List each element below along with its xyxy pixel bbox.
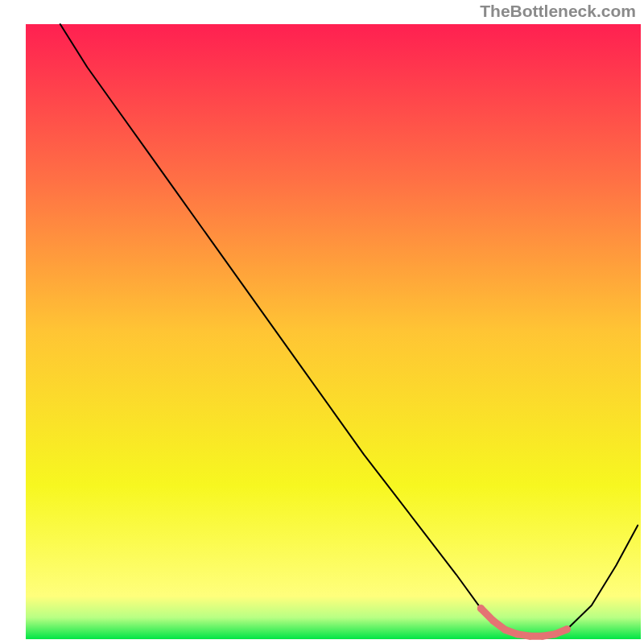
highlight-dot	[477, 605, 485, 612]
highlight-dot	[551, 630, 559, 638]
highlight-dot	[564, 625, 571, 633]
bottleneck-chart	[0, 0, 644, 644]
attribution-text: TheBottleneck.com	[480, 2, 636, 21]
highlight-dot	[489, 617, 497, 625]
plot-background	[26, 24, 641, 639]
highlight-dot	[539, 633, 546, 640]
highlight-dot	[526, 633, 534, 640]
chart-container: { "attribution": "TheBottleneck.com", "c…	[0, 0, 644, 644]
highlight-dot	[502, 626, 509, 634]
highlight-dot	[514, 630, 522, 638]
